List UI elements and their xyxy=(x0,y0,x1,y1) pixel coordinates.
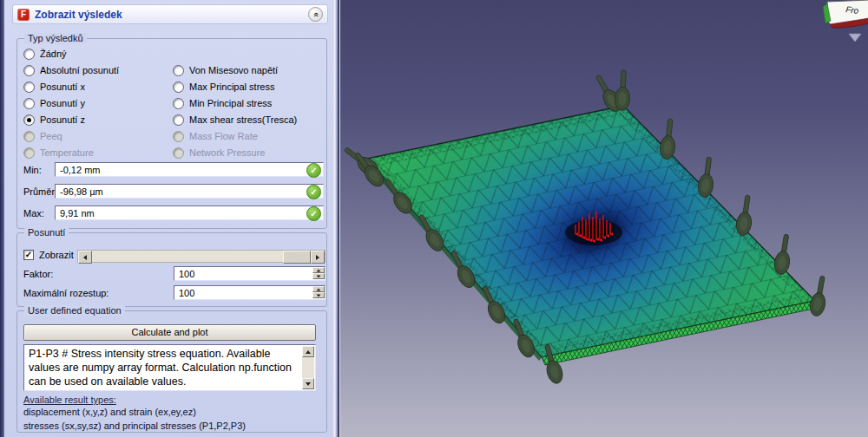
bolt[interactable] xyxy=(773,233,793,276)
radio-icon xyxy=(23,82,35,93)
radio-icon xyxy=(173,65,184,76)
radio-mass-flow-rate: Mass Flow Rate xyxy=(173,130,258,142)
min-label: Min: xyxy=(23,165,42,175)
group-label: User defined equation xyxy=(24,305,125,316)
arrow-up-icon xyxy=(317,288,321,290)
group-label: Typ výsledků xyxy=(24,33,87,44)
radio-disabled-icon xyxy=(23,147,35,159)
bolt[interactable] xyxy=(808,275,830,317)
arrow-up-icon xyxy=(317,269,321,271)
group-label: Posunutí xyxy=(24,227,69,238)
factor-label: Faktor: xyxy=(23,269,53,279)
arrow-down-icon xyxy=(306,382,311,386)
max-field[interactable]: 9,91 nm xyxy=(55,205,324,220)
fem-scene[interactable]: Fro xyxy=(340,0,868,437)
panel-left-border xyxy=(0,0,4,437)
max-label: Max: xyxy=(23,208,44,218)
radio-absolutni-posunuti[interactable]: Absolutní posunutí xyxy=(23,64,119,76)
nav-cube-face-label: Fro xyxy=(845,4,860,16)
valid-check-icon: ✓ xyxy=(306,185,321,199)
panel-title: Zobrazit výsledek xyxy=(35,9,122,21)
task-panel: F Zobrazit výsledek « Typ výsledků Žádný… xyxy=(0,0,339,437)
radio-selected-icon xyxy=(23,114,35,126)
navigation-cube[interactable]: Fro xyxy=(823,0,868,28)
radio-von-mises[interactable]: Von Misesovo napětí xyxy=(173,64,278,76)
radio-icon xyxy=(23,65,35,76)
spin-down-button[interactable] xyxy=(312,292,325,298)
bolt[interactable] xyxy=(697,156,717,198)
factor-spinbox[interactable]: 100 xyxy=(174,266,326,281)
available-result-types-link[interactable]: Available result types: xyxy=(23,395,116,405)
show-checkbox-row: ✓ Zobrazit xyxy=(23,250,74,260)
arrow-left-icon xyxy=(83,255,87,260)
radio-icon xyxy=(23,98,35,109)
radio-disabled-icon xyxy=(173,147,184,159)
displacement-slider[interactable] xyxy=(77,250,326,263)
radio-icon xyxy=(23,49,35,60)
valid-check-icon: ✓ xyxy=(306,163,321,178)
spin-up-button[interactable] xyxy=(312,267,325,273)
radio-min-principal[interactable]: Min Principal stress xyxy=(173,97,272,109)
3d-viewport[interactable]: Fro xyxy=(339,0,868,437)
arrow-down-icon xyxy=(317,275,321,277)
arrow-right-icon xyxy=(316,255,319,260)
equation-scrollbar[interactable] xyxy=(302,346,314,389)
radio-icon xyxy=(173,114,184,126)
bolt[interactable] xyxy=(659,118,678,160)
radio-icon xyxy=(173,98,184,109)
average-field[interactable]: -96,98 µm xyxy=(55,184,324,199)
show-checkbox-label: Zobrazit xyxy=(39,250,74,260)
show-result-icon: F xyxy=(17,9,30,21)
hint-stresses: stresses (sx,sy,sz) and principal stress… xyxy=(23,421,246,431)
slider-right-button[interactable] xyxy=(311,251,325,264)
radio-zadny[interactable]: Žádný xyxy=(23,48,67,60)
radio-temperature: Temperature xyxy=(23,147,94,159)
scroll-up-button[interactable] xyxy=(302,346,314,357)
radio-icon xyxy=(173,82,184,93)
min-field[interactable]: -0,12 mm xyxy=(55,162,324,177)
radio-posunuti-y[interactable]: Posunutí y xyxy=(23,97,85,109)
equation-text[interactable]: P1-P3 # Stress intensity stress equation… xyxy=(29,347,299,388)
spin-down-button[interactable] xyxy=(312,273,325,279)
spin-up-button[interactable] xyxy=(312,286,325,292)
bolt[interactable] xyxy=(735,194,755,236)
max-spacing-spinbox[interactable]: 100 xyxy=(174,285,326,300)
radio-network-pressure: Network Pressure xyxy=(173,147,265,159)
show-checkbox[interactable]: ✓ xyxy=(23,250,34,260)
equation-editor[interactable]: P1-P3 # Stress intensity stress equation… xyxy=(23,344,316,391)
slider-handle[interactable] xyxy=(283,251,311,264)
load-region xyxy=(565,219,622,245)
factor-spin-buttons xyxy=(312,267,325,278)
scroll-down-button[interactable] xyxy=(302,378,314,389)
panel-splitter[interactable] xyxy=(332,0,339,437)
calculate-and-plot-button[interactable]: Calculate and plot xyxy=(23,324,316,341)
max-spacing-label: Maximální rozestup: xyxy=(23,288,108,298)
radio-max-principal[interactable]: Max Principal stress xyxy=(173,81,274,93)
max-spacing-spin-buttons xyxy=(312,286,325,297)
chevrons-up-icon: « xyxy=(312,12,320,17)
radio-disabled-icon xyxy=(23,131,35,142)
slider-left-button[interactable] xyxy=(78,251,92,264)
radio-posunuti-z[interactable]: Posunutí z xyxy=(23,114,85,126)
collapse-button[interactable]: « xyxy=(308,7,323,22)
radio-posunuti-x[interactable]: Posunutí x xyxy=(23,81,85,93)
task-panel-titlebar: F Zobrazit výsledek « xyxy=(12,4,328,24)
arrow-up-icon xyxy=(306,350,311,354)
average-label: Průměr: xyxy=(23,186,57,197)
arrow-down-icon xyxy=(317,294,321,297)
radio-max-shear[interactable]: Max shear stress(Tresca) xyxy=(173,114,297,126)
nav-arrow-down-icon[interactable] xyxy=(849,34,861,42)
radio-peeq: Peeq xyxy=(23,130,62,142)
hint-displacement: displacement (x,y,z) and strain (ex,ey,e… xyxy=(23,407,196,417)
bolt[interactable] xyxy=(615,70,631,111)
valid-check-icon: ✓ xyxy=(306,206,321,221)
radio-disabled-icon xyxy=(173,131,184,142)
